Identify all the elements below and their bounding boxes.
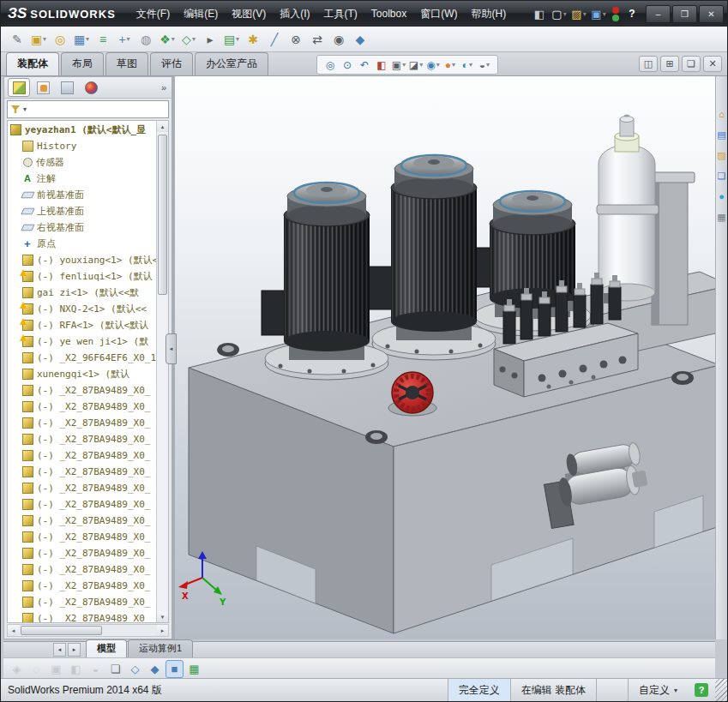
tree-item[interactable]: (-) _X2_87BA9489_X0_ GB <box>8 578 156 594</box>
smart-fasteners-icon[interactable]: ≡ <box>93 30 112 49</box>
view-settings-icon[interactable]: ◒ <box>477 57 492 73</box>
commandmanager-tab[interactable]: 装配体 <box>6 52 59 75</box>
propertymanager-tab[interactable] <box>32 78 54 97</box>
section-view-icon[interactable]: ◧ <box>374 57 389 73</box>
tree-item[interactable]: (-) _X2_87BA9489_X0_ GB <box>8 610 156 622</box>
design-library-icon[interactable]: ▤ <box>717 129 727 140</box>
apply-scene-icon[interactable]: ◐ <box>460 57 475 73</box>
menu-item[interactable]: 工具(T) <box>316 3 364 25</box>
shaded-with-edges-icon[interactable]: ■ <box>165 660 184 678</box>
wireframe-icon[interactable]: ◇ <box>126 660 144 678</box>
tree-item[interactable]: 原点 <box>8 236 156 252</box>
study-tab[interactable]: 模型 <box>86 639 127 657</box>
panel-collapse-button[interactable]: ◂ <box>165 333 177 364</box>
instant3d-icon[interactable]: ◆ <box>351 30 370 49</box>
interference-detection-icon[interactable]: ⊗ <box>286 30 305 49</box>
open-icon[interactable]: ▨ <box>570 5 587 22</box>
tree-item[interactable]: History <box>8 138 156 154</box>
scroll-up-button[interactable]: ▲ <box>157 121 168 132</box>
pane-float-icon[interactable]: ❏ <box>682 56 701 72</box>
previous-view-icon[interactable]: ↶ <box>357 57 372 73</box>
tree-item[interactable]: (-) _X2_87BA9489_X0_ GB <box>8 496 156 513</box>
edit-appearance-icon[interactable]: ● <box>442 57 458 73</box>
taskpane-home-icon[interactable]: ⌂ <box>717 109 727 119</box>
pane-previous-icon[interactable]: ◫ <box>639 56 658 72</box>
reference-geometry-icon[interactable]: ◇ <box>179 30 198 49</box>
help-icon[interactable]: ? <box>625 7 639 21</box>
commandmanager-tab[interactable]: 草图 <box>105 52 148 75</box>
hide-show-items-icon[interactable]: ◉ <box>425 57 441 73</box>
tree-horizontal-scrollbar[interactable]: ◂ ▸ <box>7 624 169 637</box>
section-properties-icon[interactable]: ◌ <box>27 660 45 678</box>
menu-item[interactable]: Toolbox <box>364 4 413 23</box>
tab-scroll-right-button[interactable]: ▸ <box>68 643 81 657</box>
pane-split-icon[interactable]: ⊞ <box>660 56 679 72</box>
display-style-icon[interactable]: ◪ <box>408 57 424 73</box>
explode-line-sketch-icon[interactable]: ╱ <box>265 30 284 49</box>
linear-component-pattern-icon[interactable]: ▦ <box>72 30 91 49</box>
model-cube-icon[interactable]: ◧ <box>531 5 548 22</box>
menu-item[interactable]: 编辑(E) <box>177 3 225 25</box>
zoom-to-area-icon[interactable]: ⊙ <box>340 57 355 73</box>
tree-item[interactable]: (-) _X2_96F64EF6_X0_1<1 <box>8 350 156 366</box>
panel-more-button[interactable]: » <box>161 82 168 93</box>
tree-item[interactable]: (-) _X2_87BA9489_X0_ GB <box>8 382 156 399</box>
graphics-area[interactable]: X Y <box>175 76 715 639</box>
edit-component-icon[interactable]: ✎ <box>8 30 27 49</box>
tree-item[interactable]: (-) _X2_87BA9489_X0_ GB <box>8 513 156 529</box>
tab-scroll-left-button[interactable]: ◂ <box>53 643 66 657</box>
view-orientation-icon[interactable]: ▣ <box>391 57 406 73</box>
configurationmanager-tab[interactable] <box>56 78 78 97</box>
resize-grip[interactable] <box>715 679 727 701</box>
tree-item[interactable]: (-) _X2_87BA9489_X0_ GB <box>8 415 156 431</box>
tree-item[interactable]: (-) youxiang<1> (默认<< <box>8 252 156 268</box>
close-button[interactable]: ✕ <box>699 5 724 23</box>
tree-item[interactable]: (-) ye wen ji<1> (默 <box>8 333 156 350</box>
tree-item[interactable]: (-) _X2_87BA9489_X0_ GB <box>8 399 156 415</box>
units-selector[interactable]: 自定义▾ <box>628 679 688 701</box>
show-hidden-components-icon[interactable]: ◍ <box>136 30 155 49</box>
restore-button[interactable]: ❐ <box>672 5 697 23</box>
menu-item[interactable]: 视图(V) <box>225 3 273 25</box>
bill-of-materials-icon[interactable]: ▤ <box>222 30 241 49</box>
menu-item[interactable]: 插入(I) <box>273 3 316 25</box>
mate-icon[interactable]: ◎ <box>51 30 69 49</box>
tree-item[interactable]: xunengqi<1> (默认 <box>8 366 156 382</box>
tree-item[interactable]: (-) NXQ-2<1> (默认<< <box>8 301 156 317</box>
curvature-icon[interactable]: ◧ <box>67 660 85 678</box>
clearance-verification-icon[interactable]: ⇄ <box>308 30 327 49</box>
menu-item[interactable]: 帮助(H) <box>465 3 514 25</box>
tree-item[interactable]: (-) _X2_87BA9489_X0_ GB <box>8 561 156 578</box>
commandmanager-tab[interactable]: 评估 <box>150 52 193 75</box>
pane-close-icon[interactable]: ✕ <box>703 56 722 72</box>
hidden-lines-visible-icon[interactable]: ◆ <box>146 660 164 678</box>
tree-item[interactable]: (-) _X2_87BA9489_X0_ GB <box>8 464 156 480</box>
motor-2[interactable] <box>369 155 496 360</box>
scroll-left-button[interactable]: ◂ <box>8 625 19 636</box>
tree-item[interactable]: (-) RFA<1> (默认<默认 <box>8 317 156 333</box>
displaymanager-tab[interactable] <box>80 78 102 97</box>
new-document-icon[interactable]: ▢ <box>551 5 568 22</box>
exploded-view-icon[interactable]: ✱ <box>244 30 262 49</box>
zoom-to-fit-icon[interactable]: ◎ <box>322 57 338 73</box>
custom-properties-icon[interactable]: ▦ <box>717 212 727 222</box>
motor-1[interactable] <box>262 183 388 380</box>
tree-item[interactable]: 右视基准面 <box>8 219 156 236</box>
appearances-icon[interactable]: ● <box>717 191 727 201</box>
scrollbar-thumb[interactable] <box>158 135 167 295</box>
tree-item[interactable]: (-) _X2_87BA9489_X0_ GB <box>8 545 156 561</box>
tree-item[interactable]: (-) _X2_87BA9489_X0_ GB <box>8 447 156 464</box>
scroll-down-button[interactable]: ▼ <box>157 611 168 622</box>
tree-item[interactable]: 前视基准面 <box>8 187 156 203</box>
insert-components-icon[interactable]: ▣ <box>29 30 48 49</box>
tree-item[interactable]: (-) _X2_87BA9489_X0_ GB <box>8 594 156 610</box>
file-explorer-icon[interactable]: ▨ <box>717 150 727 160</box>
tree-item[interactable]: (-) fenliuqi<1> (默认 <box>8 268 156 285</box>
tree-item[interactable]: (-) _X2_87BA9489_X0_ GB <box>8 431 156 447</box>
tree-item[interactable]: yeyazhan1 (默认<默认_显 <box>8 122 156 138</box>
hole-alignment-icon[interactable]: ◉ <box>329 30 348 49</box>
model-3d[interactable]: X Y <box>175 76 715 639</box>
menu-item[interactable]: 窗口(W) <box>413 3 464 25</box>
commandmanager-tab[interactable]: 办公室产品 <box>195 52 268 75</box>
tree-item[interactable]: (-) _X2_87BA9489_X0_ GB <box>8 480 156 496</box>
